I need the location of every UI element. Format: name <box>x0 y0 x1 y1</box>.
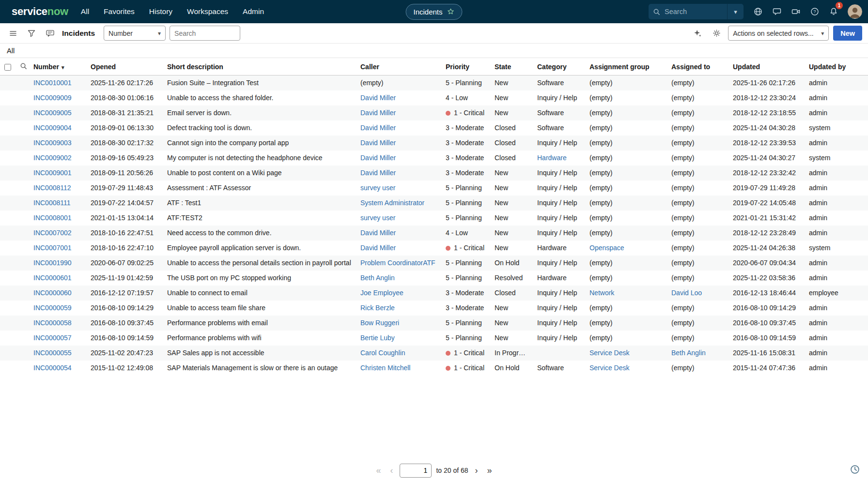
chat-icon[interactable] <box>769 3 785 20</box>
record-link[interactable]: David Miller <box>360 109 396 117</box>
search-scope-dropdown[interactable]: ▾ <box>727 4 744 19</box>
ai-sparkle-icon[interactable] <box>690 26 705 41</box>
nav-item-admin[interactable]: Admin <box>243 7 264 16</box>
record-link[interactable]: Beth Anglin <box>671 349 706 357</box>
cell-caller: David Miller <box>356 90 441 105</box>
record-link[interactable]: Openspace <box>589 244 624 252</box>
incident-number-link[interactable]: INC0009003 <box>33 139 72 147</box>
record-link[interactable]: survey user <box>360 184 395 192</box>
filter-icon[interactable] <box>24 26 39 41</box>
record-link[interactable]: Joe Employee <box>360 289 403 297</box>
new-button[interactable]: New <box>833 26 862 41</box>
nav-item-history[interactable]: History <box>149 7 172 16</box>
record-link[interactable]: David Miller <box>360 94 396 102</box>
refresh-timer-icon[interactable] <box>850 464 860 475</box>
incident-number-link[interactable]: INC0009005 <box>33 109 72 117</box>
search-column-select[interactable]: Number ▾ <box>104 26 166 41</box>
incident-number-link[interactable]: INC0009004 <box>33 124 72 132</box>
incident-number-link[interactable]: INC0008001 <box>33 214 72 222</box>
incident-number-link[interactable]: INC0000058 <box>33 319 72 327</box>
video-icon[interactable] <box>788 3 804 20</box>
col-header-updated-by[interactable]: Updated by <box>805 58 868 75</box>
col-header-state[interactable]: State <box>490 58 533 75</box>
list-column-search-toggle[interactable] <box>16 58 29 75</box>
incident-number-link[interactable]: INC0010001 <box>33 79 72 87</box>
incident-number-link[interactable]: INC0007002 <box>33 229 72 237</box>
col-header-short-description[interactable]: Short description <box>163 58 356 75</box>
record-link[interactable]: Rick Berzle <box>360 304 395 312</box>
favorite-star-icon[interactable] <box>447 8 455 15</box>
incident-number-link[interactable]: INC0009001 <box>33 169 72 177</box>
col-header-assigned-to[interactable]: Assigned to <box>667 58 728 75</box>
incident-number-link[interactable]: INC0009002 <box>33 154 72 162</box>
list-feedback-icon[interactable] <box>43 26 57 41</box>
cell-text: Hardware <box>537 244 567 252</box>
row-select-cell <box>0 75 16 90</box>
gear-icon[interactable] <box>709 26 724 41</box>
avatar[interactable] <box>848 4 862 19</box>
help-icon[interactable]: ? <box>806 3 823 20</box>
list-context-menu-icon[interactable] <box>6 26 20 41</box>
cell-caller: David Miller <box>356 136 441 151</box>
record-link[interactable]: David Miller <box>360 154 396 162</box>
globe-icon[interactable] <box>750 3 766 20</box>
first-page-button[interactable]: « <box>373 465 383 476</box>
col-header-priority[interactable]: Priority <box>441 58 490 75</box>
incident-number-link[interactable]: INC0000054 <box>33 364 72 372</box>
record-link[interactable]: David Miller <box>360 229 396 237</box>
incident-number-link[interactable]: INC0000055 <box>33 349 72 357</box>
col-header-assignment-group[interactable]: Assignment group <box>585 58 667 75</box>
prev-page-button[interactable]: ‹ <box>388 465 395 476</box>
record-link[interactable]: Bertie Luby <box>360 334 395 342</box>
cell-text: 4 - Low <box>446 94 468 102</box>
record-link[interactable]: Beth Anglin <box>360 274 395 282</box>
record-link[interactable]: Service Desk <box>589 349 629 357</box>
record-link[interactable]: Hardware <box>537 154 567 162</box>
record-link[interactable]: Bow Ruggeri <box>360 319 399 327</box>
record-link[interactable]: Christen Mitchell <box>360 364 410 372</box>
incident-number-link[interactable]: INC0000601 <box>33 274 72 282</box>
col-header-category[interactable]: Category <box>533 58 585 75</box>
record-link[interactable]: David Miller <box>360 169 396 177</box>
cell-number: INC0008001 <box>29 211 86 226</box>
col-header-updated[interactable]: Updated <box>728 58 805 75</box>
cell-number: INC0008112 <box>29 181 86 196</box>
incident-number-link[interactable]: INC0007001 <box>33 244 72 252</box>
servicenow-logo[interactable]: servicenow <box>12 5 68 18</box>
incident-number-link[interactable]: INC0000059 <box>33 304 72 312</box>
context-pill-incidents[interactable]: Incidents <box>405 4 462 20</box>
col-header-opened[interactable]: Opened <box>86 58 163 75</box>
col-header-number[interactable]: Number▾ <box>29 58 86 75</box>
record-link[interactable]: David Miller <box>360 244 396 252</box>
record-link[interactable]: Carol Coughlin <box>360 349 405 357</box>
select-all-checkbox[interactable] <box>4 64 11 71</box>
actions-on-rows-select[interactable]: Actions on selected rows... ▾ <box>728 26 829 41</box>
record-link[interactable]: survey user <box>360 214 395 222</box>
incident-number-link[interactable]: INC0001990 <box>33 259 72 267</box>
record-link[interactable]: David Miller <box>360 124 396 132</box>
col-header-caller[interactable]: Caller <box>356 58 441 75</box>
cell-text: New <box>495 169 508 177</box>
record-link[interactable]: Network <box>589 289 614 297</box>
notifications-bell-icon[interactable]: 1 <box>825 3 842 20</box>
incident-number-link[interactable]: INC0008112 <box>33 184 71 192</box>
nav-item-favorites[interactable]: Favorites <box>104 7 135 16</box>
record-link[interactable]: David Miller <box>360 139 396 147</box>
record-link[interactable]: Problem CoordinatorATF <box>360 259 435 267</box>
incident-number-link[interactable]: INC0000060 <box>33 289 72 297</box>
cell-text: ATF:TEST2 <box>167 214 202 222</box>
record-link[interactable]: David Loo <box>671 289 702 297</box>
record-link[interactable]: System Administrator <box>360 199 424 207</box>
incident-number-link[interactable]: INC0000057 <box>33 334 72 342</box>
last-page-button[interactable]: » <box>485 465 495 476</box>
page-number-input[interactable] <box>400 464 432 478</box>
list-search-input[interactable] <box>170 26 240 41</box>
record-link[interactable]: Service Desk <box>589 364 629 372</box>
next-page-button[interactable]: › <box>473 465 480 476</box>
incident-number-link[interactable]: INC0009009 <box>33 94 72 102</box>
incident-number-link[interactable]: INC0008111 <box>33 199 71 207</box>
nav-item-all[interactable]: All <box>81 7 89 16</box>
nav-item-workspaces[interactable]: Workspaces <box>187 7 228 16</box>
breadcrumb-all[interactable]: All <box>7 47 15 55</box>
global-search-input[interactable] <box>664 7 718 16</box>
